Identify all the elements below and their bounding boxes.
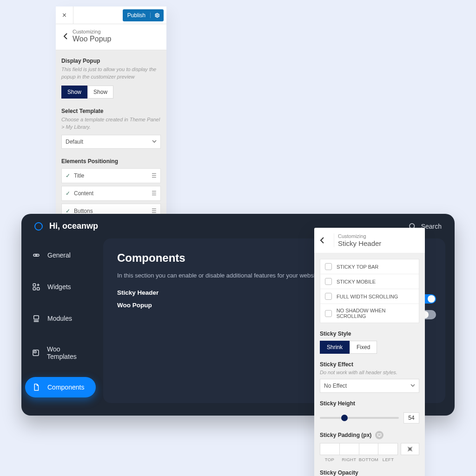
grid-add-icon	[32, 282, 41, 291]
style-shrink-button[interactable]: Shrink	[320, 341, 350, 354]
check-icon: ✓	[66, 172, 74, 179]
sticky-options-list: STICKY TOP BAR STICKY MOBILE FULL WIDTH …	[320, 259, 419, 323]
sticky-style-title: Sticky Style	[320, 331, 419, 337]
sticky-header-customizer-panel: Customizing Sticky Header STICKY TOP BAR…	[314, 228, 425, 476]
padding-labels: TOP RIGHT BOTTOM LEFT	[320, 457, 398, 462]
sticky-effect-hint: Do not work with all header styles.	[320, 370, 419, 375]
option-label: STICKY MOBILE	[337, 279, 376, 284]
back-button[interactable]	[59, 33, 73, 40]
link-icon	[32, 251, 41, 260]
option-no-shadow-scrolling[interactable]: NO SHADOW WHEN SCROLLING	[320, 304, 419, 323]
svg-rect-9	[34, 351, 37, 353]
woo-popup-customizer-panel: × Publish Customizing Woo Popup Display …	[56, 7, 166, 243]
option-label: STICKY TOP BAR	[337, 264, 378, 270]
sticky-height-title: Sticky Height	[320, 400, 419, 407]
logo-icon	[34, 222, 43, 231]
panel-body: STICKY TOP BAR STICKY MOBILE FULL WIDTH …	[314, 253, 425, 476]
greeting: Hi, oceanwp	[49, 221, 98, 231]
padding-top-input[interactable]	[320, 443, 339, 455]
padding-right-input[interactable]	[339, 443, 359, 455]
checkbox-icon	[325, 278, 332, 285]
padding-bottom-input[interactable]	[359, 443, 378, 455]
padding-label-left: LEFT	[378, 457, 398, 462]
svg-rect-7	[34, 316, 39, 319]
sticky-effect-dropdown[interactable]: No Effect	[320, 379, 419, 393]
close-button[interactable]: ×	[56, 7, 73, 24]
display-popup-hint: This field is just to allow you to displ…	[61, 66, 161, 81]
option-sticky-top-bar[interactable]: STICKY TOP BAR	[320, 259, 419, 274]
option-label: NO SHADOW WHEN SCROLLING	[337, 308, 414, 319]
svg-rect-5	[33, 288, 35, 290]
nav-item-general[interactable]: General	[25, 245, 96, 265]
slider-thumb-icon[interactable]	[341, 415, 348, 421]
sticky-padding-title: Sticky Padding (px)	[320, 432, 371, 438]
breadcrumb: Customizing Woo Popup	[56, 24, 166, 50]
slider-track[interactable]	[320, 417, 399, 419]
sticky-height-value[interactable]: 54	[403, 412, 419, 423]
drag-handle-icon[interactable]: ☰	[152, 172, 157, 179]
option-full-width-scrolling[interactable]: FULL WIDTH SCROLLING	[320, 289, 419, 304]
padding-label-top: TOP	[320, 457, 339, 462]
display-popup-segment: Show Show	[61, 86, 161, 99]
nav-label: Modules	[47, 315, 72, 322]
publish-label: Publish	[123, 12, 150, 19]
nav-label: Components	[47, 383, 84, 391]
element-item-title[interactable]: ✓ Title ☰	[61, 168, 161, 183]
style-fixed-button[interactable]: Fixed	[350, 341, 377, 354]
check-icon: ✓	[66, 208, 74, 214]
nav-item-widgets[interactable]: Widgets	[25, 277, 96, 297]
woo-topbar: × Publish	[56, 7, 166, 24]
nav-label: Widgets	[47, 283, 71, 291]
sticky-effect-title: Sticky Effect	[320, 361, 419, 368]
element-item-content[interactable]: ✓ Content ☰	[61, 186, 161, 201]
checkbox-icon	[325, 310, 332, 317]
display-show-inactive[interactable]: Show	[87, 86, 113, 99]
svg-rect-10	[378, 434, 382, 436]
dashboard-nav: General Widgets Modules Woo Templates Co…	[25, 238, 96, 403]
sticky-height-slider: 54	[320, 412, 419, 423]
document-icon	[32, 383, 41, 392]
option-sticky-mobile[interactable]: STICKY MOBILE	[320, 274, 419, 289]
page-title: Sticky Header	[338, 239, 381, 247]
chevron-down-icon	[410, 384, 415, 388]
select-template-value: Default	[66, 139, 83, 145]
publish-button[interactable]: Publish	[123, 9, 164, 21]
breadcrumb-sup: Customizing	[338, 233, 381, 239]
back-button[interactable]	[320, 237, 330, 244]
nav-item-modules[interactable]: Modules	[25, 308, 96, 329]
drag-handle-icon[interactable]: ☰	[152, 208, 157, 214]
select-template-dropdown[interactable]: Default	[61, 135, 161, 149]
panel-header: Customizing Sticky Header	[314, 228, 425, 253]
chevron-down-icon	[152, 140, 157, 144]
display-popup-title: Display Popup	[61, 58, 161, 64]
link-values-button[interactable]	[401, 443, 419, 455]
elements-positioning-title: Elements Positioning	[61, 158, 161, 165]
page-title: Woo Popup	[73, 35, 111, 43]
layout-icon	[32, 348, 40, 357]
gear-icon[interactable]	[150, 13, 164, 18]
display-show-active[interactable]: Show	[61, 86, 87, 99]
svg-rect-4	[33, 284, 35, 286]
padding-inputs	[320, 443, 398, 455]
checkbox-icon	[325, 263, 332, 270]
sticky-style-segment: Shrink Fixed	[320, 341, 419, 354]
nav-label: Woo Templates	[47, 345, 89, 360]
padding-label-bottom: BOTTOM	[359, 457, 378, 462]
nav-label: General	[47, 251, 71, 259]
padding-label-right: RIGHT	[339, 457, 359, 462]
nav-item-components[interactable]: Components	[25, 377, 96, 397]
checkbox-icon	[325, 293, 332, 300]
breadcrumb-sup: Customizing	[73, 29, 111, 34]
check-icon: ✓	[66, 190, 74, 197]
padding-left-input[interactable]	[378, 443, 398, 455]
element-label: Content	[74, 190, 152, 197]
desktop-device-icon[interactable]	[375, 431, 383, 439]
select-template-hint: Choose a template created in Theme Panel…	[61, 116, 161, 131]
nav-item-woo-templates[interactable]: Woo Templates	[25, 340, 96, 366]
stack-icon	[32, 314, 41, 323]
sticky-effect-value: No Effect	[324, 383, 347, 389]
svg-rect-6	[37, 288, 40, 290]
option-label: FULL WIDTH SCROLLING	[337, 294, 398, 299]
svg-point-0	[157, 14, 158, 16]
drag-handle-icon[interactable]: ☰	[152, 190, 157, 197]
